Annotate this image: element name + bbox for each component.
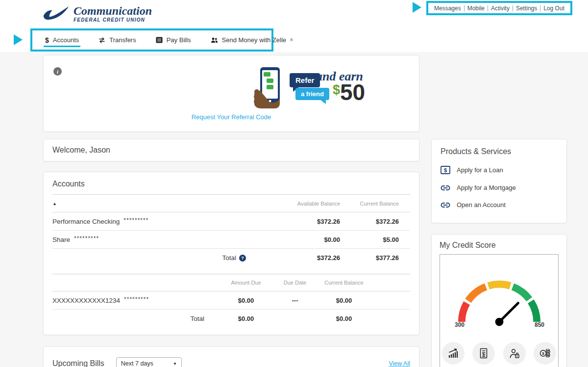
total-current-value: $377.26 (340, 254, 399, 262)
total-current-value: $0.00 (312, 315, 376, 322)
column-header-available-balance: Available Balance (281, 201, 340, 207)
bills-range-value: Next 7 days (121, 360, 153, 367)
account-mask: ********* (74, 235, 99, 242)
utility-link-settings[interactable]: Settings (516, 5, 537, 12)
welcome-title: Welcome, Jason (52, 146, 110, 155)
loan-header-row: Amount Due Due Date Current Balance (52, 274, 410, 291)
utility-link-messages[interactable]: Messages (434, 5, 461, 12)
account-row-card-1234[interactable]: XXXXXXXXXXXX1234 ********* $0.00 --- $0.… (52, 291, 410, 310)
product-label: Apply for a Loan (457, 166, 503, 174)
amount-due-value: $0.00 (214, 297, 278, 304)
help-icon[interactable]: ? (239, 255, 246, 262)
score-chart-icon (447, 347, 459, 359)
product-label: Open an Account (457, 201, 506, 209)
registered-mark: ® (290, 38, 293, 42)
column-header-current-balance: Current Balance (340, 201, 399, 207)
bill-list-icon (156, 37, 163, 43)
account-name: Share (52, 236, 70, 243)
current-balance-value: $5.00 (340, 236, 399, 243)
apply-mortgage-link[interactable]: Apply for a Mortgage (441, 184, 558, 191)
link-icon (441, 185, 450, 191)
utility-nav-highlight-box: Messages Mobile Activity Settings Log Ou… (426, 1, 572, 15)
referral-illustration: Refer a friend and earn $ 50 (44, 55, 419, 109)
svg-text:$: $ (444, 167, 447, 173)
credit-score-gauge (440, 255, 558, 332)
savings-coins-icon: $ (539, 347, 551, 359)
monitoring-person-lock-icon (509, 347, 520, 359)
account-mask: ********* (123, 217, 148, 224)
divider (540, 5, 540, 11)
nav-tab-label: Send Money with Zelle (222, 36, 287, 44)
utility-link-mobile[interactable]: Mobile (467, 5, 485, 12)
credit-score-action-monitoring[interactable]: Monitoring (501, 342, 528, 367)
products-services-card: Products & Services $ Apply for a Loan A… (431, 139, 567, 223)
upcoming-bills-title: Upcoming Bills (52, 359, 104, 367)
referral-banner-card: i Refer a friend and earn $ 50 Req (43, 55, 419, 132)
column-header-due-date: Due Date (278, 280, 312, 286)
gauge-min-label: 300 (455, 321, 465, 328)
people-icon (211, 37, 218, 43)
credit-score-action-report[interactable]: $ Report (470, 342, 496, 367)
nav-tab-label: Transfers (109, 36, 136, 44)
request-referral-code-link[interactable]: Request Your Referral Code (44, 113, 419, 121)
annotation-arrow-main-nav (14, 34, 23, 45)
brand-name: Communication (74, 5, 152, 17)
sort-ascending-icon[interactable]: ▲ (52, 201, 57, 206)
credit-score-action-score[interactable]: Score (440, 342, 466, 367)
total-amount-due-value: $0.00 (214, 315, 278, 322)
annotation-arrow-utility (413, 2, 421, 13)
chevron-down-icon: ▼ (173, 362, 177, 366)
accounts-card: Accounts ▲ Available Balance Current Bal… (43, 172, 419, 335)
credit-score-widget: 300 850 Score (440, 254, 559, 367)
accounts-title: Accounts (52, 172, 410, 188)
link-icon (441, 202, 450, 208)
current-balance-value: $0.00 (312, 297, 376, 304)
svg-text:$: $ (542, 351, 545, 356)
utility-link-logout[interactable]: Log Out (543, 5, 564, 12)
open-account-link[interactable]: Open an Account (441, 201, 558, 209)
main-nav-highlight-box: $ Accounts Transfers Pay Bills Send Mone… (30, 28, 273, 52)
divider (488, 5, 488, 11)
divider (464, 5, 465, 11)
view-all-link[interactable]: View All (389, 360, 410, 367)
utility-link-activity[interactable]: Activity (491, 5, 510, 12)
dollar-icon: $ (45, 36, 49, 44)
product-label: Apply for a Mortgage (457, 184, 516, 191)
refer-speech-bubble: Refer (290, 73, 320, 87)
bills-range-select[interactable]: Next 7 days ▼ (116, 357, 182, 367)
credit-score-card: My Credit Score 300 850 (431, 234, 567, 367)
divider (513, 5, 513, 11)
credit-score-action-savings[interactable]: $ Savings (532, 342, 558, 367)
swoosh-logo-icon (42, 6, 71, 22)
phone-in-hand-icon (253, 66, 285, 108)
report-doc-icon: $ (478, 347, 490, 359)
nav-tab-transfers[interactable]: Transfers (98, 30, 136, 50)
account-name: XXXXXXXXXXXX1234 (52, 297, 120, 304)
nav-tab-pay-bills[interactable]: Pay Bills (156, 30, 191, 50)
account-name: Performance Checking (52, 218, 120, 225)
apply-loan-link[interactable]: $ Apply for a Loan (441, 166, 558, 174)
available-balance-value: $372.26 (281, 218, 340, 225)
nav-tab-label: Accounts (53, 36, 79, 44)
upcoming-bills-card: Upcoming Bills Next 7 days ▼ View All (43, 346, 419, 367)
credit-score-title: My Credit Score (440, 241, 559, 250)
deposit-total-row: Total ? $372.26 $377.26 (52, 249, 410, 267)
total-label: Total (52, 315, 214, 322)
brand-logo: Communication FEDERAL CREDIT UNION (42, 5, 152, 23)
total-available-value: $372.26 (281, 254, 340, 262)
fifty-dollars-text: $ 50 (333, 81, 365, 104)
transfer-arrows-icon (98, 37, 105, 43)
column-header-current-balance: Current Balance (312, 280, 376, 286)
column-header-amount-due: Amount Due (214, 280, 278, 286)
nav-tab-zelle[interactable]: Send Money with Zelle® (211, 30, 293, 50)
banking-dashboard: Communication FEDERAL CREDIT UNION Messa… (0, 0, 588, 367)
brand-subtitle: FEDERAL CREDIT UNION (74, 18, 152, 23)
loan-total-row: Total $0.00 $0.00 (52, 310, 410, 328)
account-row-performance-checking[interactable]: Performance Checking ********* $372.26 $… (52, 212, 410, 231)
available-balance-value: $0.00 (281, 236, 340, 243)
account-row-share[interactable]: Share ********* $0.00 $5.00 (52, 231, 410, 249)
dollar-box-icon: $ (441, 166, 450, 174)
deposit-header-row: ▲ Available Balance Current Balance (52, 195, 410, 212)
welcome-card: Welcome, Jason (43, 139, 419, 161)
nav-tab-accounts[interactable]: $ Accounts (45, 30, 79, 50)
